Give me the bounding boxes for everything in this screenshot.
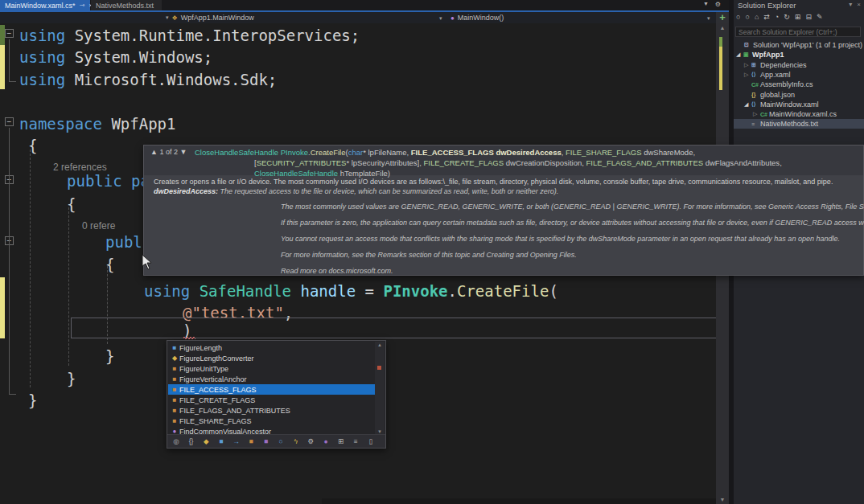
- split-editor-button[interactable]: +: [716, 12, 729, 23]
- code-token: using: [144, 282, 200, 300]
- properties-icon[interactable]: ✎: [817, 13, 823, 23]
- tree-item[interactable]: ▷C#MainWindow.xaml.cs: [734, 109, 864, 119]
- tooltip-paragraph: If this parameter is zero, the applicati…: [281, 219, 864, 227]
- indent-guide: [30, 150, 31, 387]
- tree-item[interactable]: ⊡Solution 'WpfApp1' (1 of 1 project): [734, 40, 864, 50]
- type-dropdown-label: WpfApp1.MainWindow: [181, 14, 254, 22]
- tree-item[interactable]: ≡NativeMethods.txt: [734, 119, 864, 129]
- collapsed-arrow-icon[interactable]: ▷: [744, 72, 748, 78]
- sync-with-active-document-icon[interactable]: ⇄: [763, 13, 770, 23]
- window-position-icon[interactable]: ▾: [849, 1, 852, 8]
- fold-marker[interactable]: −: [5, 29, 14, 38]
- expanded-arrow-icon[interactable]: ◢: [744, 101, 748, 108]
- codelens-indicator[interactable]: 0 refere: [82, 217, 115, 235]
- filter-structs-icon[interactable]: ■: [216, 436, 227, 446]
- filter-enums-icon[interactable]: ■: [245, 436, 257, 446]
- class-icon: ❖: [172, 14, 178, 22]
- collapsed-arrow-icon[interactable]: ▷: [744, 62, 748, 68]
- tooltip-paragraph: Creates or opens a file or I/O device. T…: [154, 178, 833, 186]
- tree-item-label: MainWindow.xaml.cs: [769, 110, 837, 118]
- completion-item-label: FILE_ACCESS_FLAGS: [179, 386, 257, 394]
- completion-item[interactable]: ■FILE_FLAGS_AND_ATTRIBUTES: [168, 405, 376, 416]
- filter-namespaces-icon[interactable]: {}: [186, 436, 197, 446]
- filter-all-icon[interactable]: ◎: [171, 436, 182, 446]
- struct-icon: ■: [170, 344, 179, 351]
- type-dropdown[interactable]: ▾ ❖ WpfApp1.MainWindow: [166, 12, 254, 23]
- scroll-down-icon[interactable]: ▼: [716, 497, 729, 502]
- tree-item[interactable]: ◢▣WpfApp1: [734, 50, 864, 59]
- chevron-down-icon[interactable]: ▾: [707, 15, 710, 22]
- tab-mainwindow-xaml-cs[interactable]: MainWindow.xaml.cs* ⊸ ×: [0, 0, 90, 10]
- tree-item[interactable]: ▷⟨⟩App.xaml: [734, 70, 864, 80]
- outline-scope-tick: [9, 394, 16, 395]
- signature-token: ,: [693, 148, 695, 157]
- code-token: }: [105, 347, 114, 365]
- pin-icon[interactable]: ⊸: [80, 2, 85, 9]
- close-icon[interactable]: ×: [857, 1, 861, 8]
- tab-nativemethods-txt[interactable]: NativeMethods.txt: [91, 0, 162, 10]
- filter-properties-icon[interactable]: ⚙: [305, 436, 316, 446]
- signature-line: [SECURITY_ATTRIBUTES* lpSecurityAttribut…: [254, 158, 782, 167]
- refresh-icon[interactable]: ↻: [784, 13, 790, 23]
- xaml-file-icon: ⟨⟩: [751, 101, 755, 108]
- filter-keywords-icon[interactable]: ⊞: [335, 436, 347, 446]
- tree-item[interactable]: ◢⟨⟩MainWindow.xaml: [734, 100, 864, 109]
- home-icon[interactable]: ⌂: [755, 13, 759, 23]
- outline-scope-line: [9, 39, 10, 81]
- signature-token: CloseHandleSafeHandle: [195, 148, 281, 157]
- completion-scrollbar[interactable]: ▲ ▼: [375, 342, 385, 435]
- signature-token: dwFlagsAndAttributes: [703, 158, 780, 167]
- member-dropdown-label: MainWindow(): [458, 14, 504, 22]
- fold-marker[interactable]: −: [5, 117, 14, 126]
- tree-item[interactable]: C#AssemblyInfo.cs: [734, 80, 864, 89]
- filter-extension-methods-icon[interactable]: →: [230, 436, 241, 446]
- show-all-files-icon[interactable]: ⊟: [805, 13, 812, 23]
- completion-item-label: FILE_SHARE_FLAGS: [179, 417, 252, 425]
- chevron-down-icon[interactable]: ▾: [439, 15, 442, 22]
- tree-item[interactable]: {}global.json: [734, 90, 864, 100]
- gear-icon[interactable]: ⚙: [715, 1, 721, 8]
- completion-item[interactable]: ■FigureVerticalAnchor: [168, 374, 376, 384]
- code-token: System.Windows;: [75, 48, 213, 66]
- back-icon[interactable]: ○: [736, 13, 740, 23]
- filter-constants-icon[interactable]: ●: [320, 436, 331, 446]
- completion-item[interactable]: ■FigureLength: [168, 342, 376, 353]
- completion-item[interactable]: ■FILE_CREATE_FLAGS: [168, 395, 376, 405]
- scroll-up-icon[interactable]: ▲: [716, 25, 729, 31]
- tree-item-label: Solution 'WpfApp1' (1 of 1 project): [753, 41, 862, 49]
- filter-delegates-icon[interactable]: ■: [261, 436, 272, 446]
- signature-pager[interactable]: ▲ 1 of 2 ▼: [150, 148, 187, 156]
- scroll-up-icon[interactable]: ▲: [375, 342, 385, 347]
- filter-snippets-icon[interactable]: ≡: [350, 436, 361, 446]
- code-line: {: [28, 137, 37, 154]
- filter-classes-icon[interactable]: ◆: [200, 436, 212, 446]
- collapsed-arrow-icon[interactable]: ▷: [753, 111, 757, 117]
- code-token: WpfApp1: [111, 115, 175, 133]
- completion-item[interactable]: ■FILE_SHARE_FLAGS: [168, 416, 376, 426]
- filter-interfaces-icon[interactable]: ○: [275, 436, 286, 446]
- code-line: using System.Windows;: [19, 48, 212, 66]
- completion-item[interactable]: ■FigureUnitType: [168, 363, 376, 374]
- code-token: {: [67, 195, 76, 213]
- json-file-icon: {}: [751, 92, 755, 97]
- scrollbar-change-mark-yellow: [719, 47, 722, 90]
- tree-item[interactable]: ▷⊞Dependencies: [734, 60, 864, 70]
- tooltip-text: You cannot request an access mode that c…: [281, 235, 840, 243]
- docs-link[interactable]: Read more on docs.microsoft.com.: [281, 267, 393, 275]
- enum-icon: ■: [170, 417, 179, 424]
- nest-files-icon[interactable]: ⊞: [795, 13, 801, 23]
- editor-horizontal-scrollbar[interactable]: [322, 498, 716, 504]
- chevron-down-icon[interactable]: ▼: [703, 1, 709, 8]
- pending-changes-icon[interactable]: ◔: [775, 13, 779, 23]
- search-input[interactable]: [735, 27, 861, 37]
- filter-events-icon[interactable]: ϟ: [290, 436, 302, 446]
- completion-item[interactable]: ■FILE_ACCESS_FLAGS: [168, 384, 376, 395]
- expanded-arrow-icon[interactable]: ◢: [736, 51, 740, 58]
- member-dropdown[interactable]: ● MainWindow(): [451, 12, 504, 23]
- editor-tab-strip: MainWindow.xaml.cs* ⊸ × NativeMethods.tx…: [0, 0, 729, 10]
- completion-item[interactable]: ◆FigureLengthConverter: [168, 353, 376, 363]
- enum-icon: ■: [170, 396, 179, 404]
- forward-icon[interactable]: ○: [745, 13, 749, 23]
- filter-expander-icon[interactable]: ▯: [365, 436, 376, 446]
- signature-token: dwCreationDisposition: [504, 158, 582, 167]
